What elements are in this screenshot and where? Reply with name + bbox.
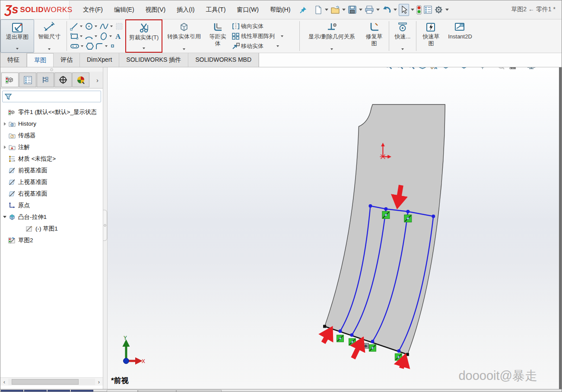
tree-item[interactable]: 材质 <未指定> — [1, 153, 103, 164]
point-tool-icon[interactable] — [110, 43, 116, 49]
tree-item[interactable]: 原点 — [1, 199, 103, 211]
configuration-manager-icon[interactable] — [37, 73, 54, 87]
trim-entities-button[interactable]: 剪裁实体(T) — [126, 20, 162, 52]
tree-item[interactable]: 右视基准面 — [1, 188, 103, 199]
undo-icon[interactable] — [381, 5, 392, 15]
tree-root-item[interactable]: 零件1 (默认<<默认>_显示状态 — [1, 106, 103, 118]
pin-icon[interactable] — [299, 6, 307, 14]
instant2d-button[interactable]: Instant2D — [444, 19, 476, 53]
ribbon-tab[interactable]: 评估 — [54, 53, 80, 67]
tree-item[interactable]: 注解 — [1, 141, 103, 153]
menu-item[interactable]: 帮助(H) — [264, 3, 296, 16]
scroll-left-arrow[interactable]: ‹ — [0, 379, 8, 385]
circle-tool-icon[interactable] — [85, 22, 93, 31]
open-icon[interactable] — [330, 4, 340, 16]
quick-snaps-button[interactable]: 快速... — [391, 19, 414, 53]
ellipse-tool-caret[interactable] — [109, 35, 112, 37]
save-dropdown-caret[interactable] — [359, 9, 362, 11]
convert-entities-button[interactable]: 转换实体引用 — [162, 19, 206, 53]
linear-pattern-button[interactable]: 线性草图阵列 — [231, 31, 296, 41]
new-document-icon[interactable] — [314, 4, 323, 16]
new-dropdown-caret[interactable] — [325, 9, 328, 11]
feature-manager-icon[interactable] — [1, 73, 19, 87]
open-dropdown-caret[interactable] — [342, 9, 346, 11]
viewport-split-button[interactable] — [48, 390, 70, 392]
arc-tool-icon[interactable] — [85, 32, 93, 41]
mirror-entities-button[interactable]: 镜向实体 — [231, 21, 296, 31]
exit-sketch-caret[interactable] — [16, 48, 19, 50]
menu-item[interactable]: 工具(T) — [200, 3, 231, 16]
fillet-tool-caret[interactable] — [105, 45, 108, 47]
rapid-sketch-button[interactable]: 快速草图 — [419, 19, 444, 53]
task-pane-edge[interactable] — [559, 67, 562, 389]
viewport-split-button[interactable] — [24, 390, 47, 392]
splitter-handle[interactable] — [103, 210, 107, 241]
ribbon-tab[interactable]: SOLIDWORKS MBD — [188, 53, 259, 67]
polygon-tool-icon[interactable] — [86, 42, 94, 51]
graphics-viewport[interactable]: A — [108, 67, 559, 389]
tree-horizontal-scrollbar[interactable]: ‹ › — [0, 377, 103, 386]
ellipse-tool-icon[interactable] — [99, 32, 108, 41]
line-tool-caret[interactable] — [80, 25, 83, 27]
repair-sketch-button[interactable]: 修复草图 — [362, 19, 387, 53]
print-icon[interactable] — [364, 4, 375, 15]
viewport-split-button[interactable] — [71, 390, 93, 392]
menu-item[interactable]: 窗口(W) — [231, 3, 264, 16]
bottom-tab[interactable]: 3D视图 — [138, 390, 176, 392]
tree-item[interactable]: 上视基准面 — [1, 176, 103, 188]
menu-item[interactable]: 文件(F) — [77, 3, 108, 16]
fillet-tool-icon[interactable] — [95, 42, 104, 51]
viewport-split-button[interactable] — [1, 390, 23, 392]
exit-sketch-button[interactable]: 退出草图 — [0, 19, 34, 53]
linear-pattern-caret[interactable] — [281, 35, 283, 37]
bottom-tab[interactable]: 运动算例1 — [176, 390, 222, 392]
arc-tool-caret[interactable] — [95, 35, 97, 37]
undo-dropdown-caret[interactable] — [394, 9, 397, 11]
panel-splitter-grip[interactable] — [0, 67, 103, 72]
select-cursor-icon[interactable] — [399, 4, 409, 16]
print-dropdown-caret[interactable] — [376, 9, 380, 11]
ribbon-tab[interactable]: 特征 — [0, 53, 27, 67]
offset-entities-button[interactable]: 等距实体 — [206, 19, 230, 53]
trim-caret[interactable] — [143, 47, 145, 49]
options-list-icon[interactable] — [423, 4, 433, 15]
menu-item[interactable]: 插入(I) — [171, 3, 200, 16]
spline-tool-icon[interactable] — [99, 22, 109, 31]
gear-dropdown-caret[interactable] — [445, 9, 449, 11]
panel-viewport-splitter[interactable] — [103, 67, 108, 389]
rebuild-traffic-light-icon[interactable] — [416, 4, 422, 16]
property-manager-icon[interactable] — [19, 73, 36, 87]
dimxpert-manager-icon[interactable] — [54, 73, 72, 87]
menu-item[interactable]: 视图(V) — [140, 3, 171, 16]
scroll-right-arrow[interactable]: › — [95, 379, 103, 385]
move-entities-caret[interactable] — [276, 45, 279, 47]
tree-item[interactable]: (-) 草图1 — [1, 223, 103, 234]
manager-tabs-overflow-chevron[interactable]: › — [93, 76, 102, 84]
rectangle-tool-icon[interactable] — [70, 32, 79, 41]
ribbon-tab[interactable]: 草图 — [27, 53, 54, 67]
menu-item[interactable]: 编辑(E) — [108, 3, 140, 16]
save-icon[interactable] — [347, 4, 357, 15]
move-entities-button[interactable]: 移动实体 — [231, 41, 296, 51]
smart-dimension-button[interactable]: 智能尺寸 — [34, 19, 64, 53]
tree-item[interactable]: 草图2 — [1, 234, 103, 246]
tree-item[interactable]: 凸台-拉伸1 — [1, 211, 103, 223]
scrollbar-thumb[interactable] — [12, 379, 79, 385]
quick-snaps-caret[interactable] — [401, 48, 404, 50]
display-delete-relations-button[interactable]: 显示/删除几何关系 — [302, 19, 362, 53]
circle-tool-caret[interactable] — [95, 25, 97, 27]
tree-item[interactable]: History — [1, 118, 103, 130]
tree-item[interactable]: 前视基准面 — [1, 164, 103, 176]
spline-tool-caret[interactable] — [110, 25, 113, 27]
convert-entities-caret[interactable] — [183, 48, 185, 50]
display-manager-icon[interactable] — [72, 73, 89, 87]
select-dropdown-caret[interactable] — [411, 9, 414, 11]
smart-dimension-caret[interactable] — [48, 48, 51, 50]
line-tool-icon[interactable] — [70, 22, 79, 31]
ribbon-tab[interactable]: DimXpert — [80, 53, 119, 67]
bottom-tab[interactable]: 模型 — [107, 390, 138, 392]
tree-item[interactable]: 传感器 — [1, 130, 103, 141]
tree-filter-input[interactable] — [12, 92, 101, 101]
slot-tool-caret[interactable] — [81, 45, 83, 47]
relations-caret[interactable] — [330, 48, 333, 50]
